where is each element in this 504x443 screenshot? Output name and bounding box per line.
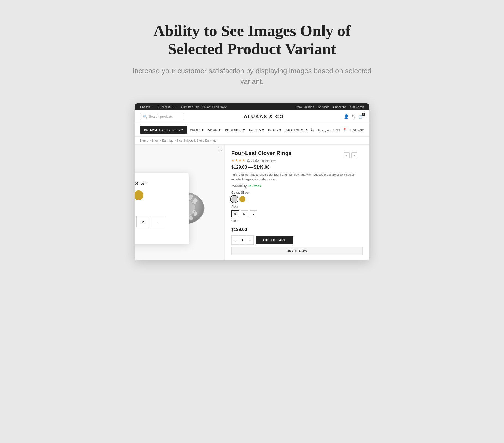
search-placeholder: Search products [149,115,173,119]
nav-icons: 👤 ♡ 🛒0 [344,114,364,119]
chevron-down-icon: ▾ [181,128,183,132]
wishlist-icon[interactable]: ♡ [352,114,356,119]
store-location-link[interactable]: Store Location [295,105,314,108]
quantity-control: − 1 + [231,235,254,245]
availability-value: In Stock [248,184,261,188]
contact-info: 📞 +{123) 4567 890 📍 Find Store [310,128,364,132]
menu-item-buy-theme[interactable]: BUY THEME! [285,128,307,132]
language-selector[interactable]: English ~ [140,105,153,108]
overlay-color-value: Silver [135,181,147,186]
menu-item-product[interactable]: PRODUCT ▾ [225,128,245,132]
qty-value: 1 [239,236,246,244]
cart-badge: 0 [362,113,365,116]
topbar-left: English ~ $ Dollar (US) ~ Summer Sale 15… [140,105,227,108]
next-product-arrow[interactable]: › [351,152,357,158]
qty-decrease-button[interactable]: − [232,236,239,244]
menu-item-shop[interactable]: SHOP ▾ [208,128,220,132]
menu-item-pages[interactable]: PAGES ▾ [249,128,264,132]
color-swatches [231,196,363,202]
hero-section: Ability to See Images Only of Selected P… [129,22,375,87]
product-nav-arrows: ‹ › [344,152,357,158]
expand-icon[interactable]: ⛶ [218,147,222,152]
hero-title: Ability to See Images Only of Selected P… [129,22,375,58]
product-image-area: ⛶ Color: Silver Size: S [135,145,225,260]
size-label: Size: [231,205,363,209]
overlay-clear-link[interactable]: Clear [135,232,181,236]
brand-logo[interactable]: ALUKAS & CO [188,114,339,120]
size-btn-l[interactable]: L [250,210,257,217]
add-to-cart-row: − 1 + ADD TO CART [231,235,363,245]
overlay-color-swatches [135,190,181,200]
subscribe-link[interactable]: Subscribe [333,105,347,108]
breadcrumb-path: Home > Shop > Earrings > Blue Stripes & … [140,139,216,142]
color-section: Color: Silver [231,191,363,202]
sale-announcement: Summer Sale 15% off! Shop Now! [181,105,227,108]
topbar-right: Store Location Services Subscribe Gift C… [295,105,364,108]
browse-categories-button[interactable]: BROWSE CATEGORIES ▾ [140,126,187,134]
overlay-size-options: S M L [135,216,181,227]
buy-now-button[interactable]: BUY IT NOW [231,247,363,255]
main-menu: HOME ▾ SHOP ▾ PRODUCT ▾ PAGES ▾ BLOG ▾ B… [190,128,307,132]
account-icon[interactable]: 👤 [344,114,349,119]
location-icon: 📍 [343,128,347,132]
variant-overlay-panel: Color: Silver Size: S M L Clear [135,173,189,244]
browse-categories-label: BROWSE CATEGORIES [144,128,180,132]
add-to-cart-button[interactable]: ADD TO CART [256,236,293,244]
swatch-silver[interactable] [231,196,237,202]
announcement-bar: English ~ $ Dollar (US) ~ Summer Sale 15… [135,103,369,110]
gift-cards-link[interactable]: Gift Cards [350,105,364,108]
browser-mockup: English ~ $ Dollar (US) ~ Summer Sale 15… [135,103,369,260]
currency-selector[interactable]: $ Dollar (US) ~ [157,105,177,108]
product-price-range: $129.00 — $149.00 [231,165,363,170]
color-value: Silver [241,191,249,195]
rating-stars: ★★★★ [231,158,245,163]
menu-item-blog[interactable]: BLOG ▾ [268,128,281,132]
search-bar[interactable]: 🔍 Search products [140,113,184,120]
product-title: Four-Leaf Clover Rings [231,150,363,156]
overlay-swatch-gold[interactable] [135,190,143,200]
search-icon: 🔍 [143,115,147,119]
qty-increase-button[interactable]: + [246,236,253,244]
swatch-gold[interactable] [239,196,245,202]
find-store-link[interactable]: Find Store [350,128,364,132]
services-link[interactable]: Services [318,105,329,108]
menu-bar: BROWSE CATEGORIES ▾ HOME ▾ SHOP ▾ PRODUC… [135,123,369,137]
size-options: S M L [231,210,363,217]
product-area: ⛶ Color: Silver Size: S [135,145,369,260]
availability-label: Availability: [231,184,248,188]
color-label: Color: Silver [231,191,363,195]
clear-size-link[interactable]: Clear [231,219,238,222]
overlay-size-l[interactable]: L [152,216,165,227]
overlay-size-label: Size: [135,206,181,212]
breadcrumb: Home > Shop > Earrings > Blue Stripes & … [135,137,369,145]
product-description: This regulator has a rolled diaphragm an… [231,172,363,181]
menu-item-home[interactable]: HOME ▾ [190,128,203,132]
product-details: ‹ › Four-Leaf Clover Rings ★★★★ (1 custo… [225,145,369,260]
phone-number: +{123) 4567 890 [317,128,340,132]
size-btn-m[interactable]: M [241,210,248,217]
nav-bar: 🔍 Search products ALUKAS & CO 👤 ♡ 🛒0 [135,110,369,123]
size-section: Size: S M L Clear [231,205,363,225]
overlay-color-label: Color: Silver [135,181,181,187]
review-count[interactable]: (1 customer review) [247,159,276,162]
hero-subtitle: Increase your customer satisfaction by d… [129,66,375,87]
overlay-size-m[interactable]: M [136,216,149,227]
phone-icon: 📞 [310,128,314,132]
product-rating: ★★★★ (1 customer review) [231,158,363,163]
prev-product-arrow[interactable]: ‹ [344,152,350,158]
product-availability: Availability: In Stock [231,184,363,188]
product-price: $129.00 [231,227,363,232]
cart-icon[interactable]: 🛒0 [358,114,364,119]
size-btn-s[interactable]: S [231,210,239,217]
